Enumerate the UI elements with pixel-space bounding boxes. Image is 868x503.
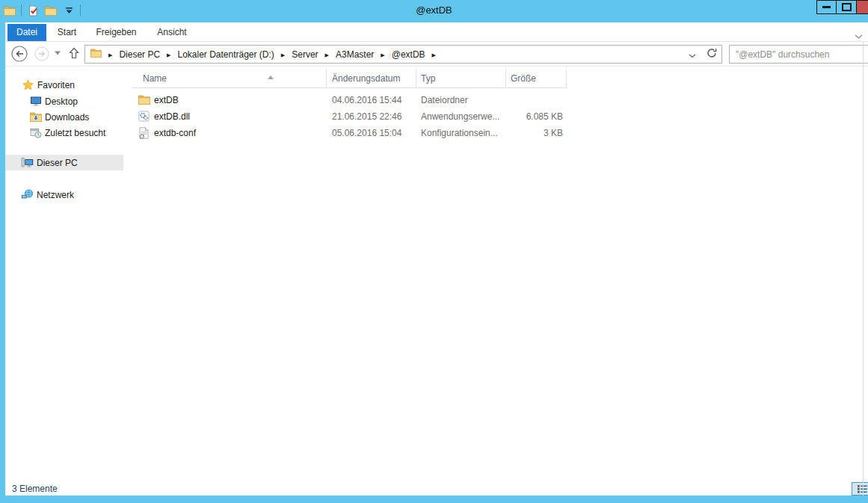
window-right-border	[863, 42, 864, 496]
breadcrumb-item[interactable]: Server	[292, 49, 318, 60]
back-button[interactable]	[11, 46, 28, 62]
star-icon	[22, 79, 34, 91]
address-bar-row: ▶ Dieser PC ▶ Lokaler Datenträger (D:) ▶…	[5, 42, 868, 67]
file-date: 04.06.2016 15:44	[327, 95, 416, 105]
file-row[interactable]: extDB 04.06.2016 15:44 Dateiordner	[132, 92, 566, 108]
tab-share[interactable]: Freigeben	[87, 24, 145, 41]
sidebar-item-this-pc[interactable]: Dieser PC	[5, 155, 123, 170]
breadcrumb-chevron-icon[interactable]: ▶	[325, 52, 329, 58]
breadcrumb-chevron-icon[interactable]: ▶	[167, 52, 170, 58]
sidebar-item-downloads[interactable]: Downloads	[29, 109, 89, 125]
navigation-pane: Favoriten Desktop Downloads Zuletzt besu…	[5, 67, 123, 482]
file-row[interactable]: extDB.dll 21.06.2015 22:46 Anwendungserw…	[132, 108, 566, 124]
breadcrumb-chevron-icon[interactable]: ▶	[281, 52, 285, 58]
breadcrumb-item[interactable]: @extDB	[392, 49, 425, 60]
address-bar[interactable]: ▶ Dieser PC ▶ Lokaler Datenträger (D:) ▶…	[84, 45, 722, 64]
close-button[interactable]	[856, 0, 868, 14]
title-bar: @extDB	[0, 0, 868, 22]
sidebar-item-desktop[interactable]: Desktop	[29, 93, 78, 109]
breadcrumb-item[interactable]: Dieser PC	[119, 49, 160, 60]
recent-locations-dropdown-icon[interactable]	[54, 50, 61, 56]
ribbon-tab-bar: Datei Start Freigeben Ansicht	[5, 22, 868, 42]
breadcrumb-item[interactable]: A3Master	[336, 49, 374, 60]
config-file-icon	[138, 127, 150, 139]
file-row[interactable]: extdb-conf 05.06.2016 15:04 Konfiguratio…	[132, 125, 566, 141]
expand-ribbon-chevron-icon[interactable]	[855, 29, 864, 35]
sidebar-item-recent-places[interactable]: Zuletzt besucht	[29, 125, 105, 141]
window-left-border	[0, 22, 5, 496]
sidebar-item-label: Zuletzt besucht	[45, 128, 105, 138]
status-bar: 3 Elemente	[5, 482, 868, 496]
search-box	[729, 45, 868, 64]
refresh-icon[interactable]	[707, 48, 717, 61]
tab-view[interactable]: Ansicht	[145, 24, 199, 41]
tab-file[interactable]: Datei	[7, 24, 46, 41]
breadcrumb-chevron-icon[interactable]: ▶	[108, 52, 112, 58]
file-size: 6.085 KB	[506, 111, 563, 122]
tab-start[interactable]: Start	[46, 24, 87, 41]
file-type: Anwendungserwe...	[416, 111, 506, 122]
network-globe-icon	[21, 189, 34, 201]
file-name: extDB.dll	[154, 111, 190, 122]
file-type: Dateiordner	[416, 95, 506, 105]
breadcrumb-chevron-icon[interactable]: ▶	[381, 52, 384, 58]
address-bar-controls	[689, 46, 717, 63]
file-date: 05.06.2016 15:04	[327, 128, 416, 138]
sort-ascending-icon	[268, 69, 274, 82]
up-button[interactable]	[68, 46, 80, 60]
folder-icon	[138, 94, 150, 106]
file-date: 21.06.2015 22:46	[327, 111, 416, 122]
maximize-icon	[842, 3, 852, 11]
column-header-date[interactable]: Änderungsdatum	[327, 70, 416, 87]
column-header-size[interactable]: Größe	[506, 70, 567, 87]
downloads-icon	[29, 111, 42, 123]
file-type: Konfigurationsein...	[416, 128, 506, 138]
address-dropdown-icon[interactable]	[689, 48, 696, 61]
column-headers: Name Änderungsdatum Typ Größe	[132, 70, 567, 88]
desktop-icon	[29, 96, 42, 108]
recent-places-icon	[29, 127, 42, 139]
item-count: 3 Elemente	[12, 484, 58, 494]
statusbar-divider	[52, 484, 53, 493]
file-size: 3 KB	[506, 128, 563, 138]
breadcrumb-item[interactable]: Lokaler Datenträger (D:)	[177, 49, 274, 60]
sidebar-item-label: Dieser PC	[37, 158, 78, 168]
window-bottom-border	[0, 496, 868, 503]
maximize-button[interactable]	[836, 0, 857, 14]
computer-icon	[21, 157, 34, 169]
minimize-icon	[822, 6, 831, 8]
details-view-button[interactable]	[852, 482, 868, 496]
column-header-name[interactable]: Name	[132, 70, 327, 87]
breadcrumb-folder-icon	[90, 49, 102, 60]
sidebar-item-network[interactable]: Netzwerk	[21, 187, 74, 203]
column-header-type[interactable]: Typ	[416, 70, 506, 87]
window-title: @extDB	[0, 4, 868, 16]
sidebar-item-label: Netzwerk	[37, 190, 74, 200]
breadcrumb: ▶ Dieser PC ▶ Lokaler Datenträger (D:) ▶…	[85, 49, 436, 60]
sidebar-item-label: Desktop	[45, 96, 78, 107]
breadcrumb-chevron-icon[interactable]: ▶	[432, 52, 436, 58]
file-name: extDB	[154, 95, 179, 105]
sidebar-item-label: Downloads	[45, 112, 89, 123]
sidebar-item-favorites[interactable]: Favoriten	[22, 77, 75, 93]
forward-button[interactable]	[34, 46, 49, 61]
file-name: extdb-conf	[154, 128, 196, 138]
dll-file-icon	[138, 111, 150, 123]
sidebar-item-label: Favoriten	[37, 80, 75, 90]
minimize-button[interactable]	[816, 0, 837, 14]
search-input[interactable]	[730, 46, 868, 63]
